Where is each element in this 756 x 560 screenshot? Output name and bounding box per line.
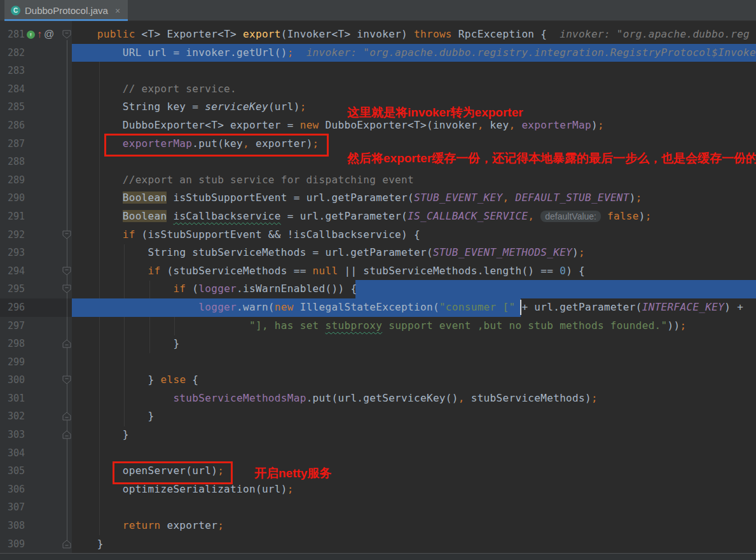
gutter-cell[interactable]: 296 [0,298,72,317]
code-line[interactable]: 302 } [0,407,756,426]
code-text[interactable]: public <T> Exporter<T> export(Invoker<T>… [72,25,756,44]
gutter-cell[interactable]: 302 [0,407,72,426]
overridden-method-icon[interactable]: ↑ [27,31,35,39]
code-line[interactable]: 300 } else { [0,371,756,389]
code-line[interactable]: 290 Boolean isStubSupportEvent = url.get… [0,189,756,207]
gutter-cell[interactable]: 295 [0,280,72,298]
code-line[interactable]: 303 } [0,426,756,444]
code-line[interactable]: 298 } [0,335,756,353]
java-class-icon: C [11,6,20,15]
code-text[interactable] [72,498,756,517]
gutter-cell[interactable]: 309 [0,535,72,553]
code-editor[interactable]: 281↑↑@ public <T> Exporter<T> export(Inv… [0,21,756,553]
code-line[interactable]: 292 if (isStubSupportEvent && !isCallbac… [0,226,756,244]
code-line[interactable]: 296 logger.warn(new IllegalStateExceptio… [0,298,756,317]
code-text[interactable]: } else { [72,371,756,389]
code-line[interactable]: 282 URL url = invoker.getUrl(); invoker:… [0,44,756,62]
gutter-cell[interactable]: 299 [0,353,72,372]
code-line[interactable]: 294 if (stubServiceMethods == null || st… [0,262,756,281]
code-line[interactable]: 283 [0,62,756,80]
code-text[interactable]: if (logger.isWarnEnabled()) { [72,280,756,298]
fold-close-icon[interactable] [62,339,71,351]
gutter-cell[interactable]: 292 [0,226,72,244]
red-annotation-text: 开启netty服务 [254,465,331,482]
code-line[interactable]: 291 Boolean isCallbackservice = url.getP… [0,207,756,226]
code-line[interactable]: 293 String stubServiceMethods = url.getP… [0,244,756,262]
token: ; [598,119,604,131]
gutter-cell[interactable]: 283 [0,62,72,80]
code-text[interactable]: } [72,535,756,553]
tab-dubboprotocol[interactable]: C DubboProtocol.java × [4,0,128,21]
gutter-cell[interactable]: 286 [0,116,72,135]
code-text[interactable] [72,444,756,463]
fold-close-icon[interactable] [62,412,71,423]
code-text[interactable]: } [72,335,756,353]
code-text[interactable]: stubServiceMethodsMap.put(url.getService… [72,389,756,408]
code-text[interactable]: } [72,426,756,444]
code-text[interactable] [72,353,756,372]
code-line[interactable]: 301 stubServiceMethodsMap.put(url.getSer… [0,389,756,408]
gutter-cell[interactable]: 306 [0,480,72,499]
gutter-cell[interactable]: 281↑↑@ [0,25,72,44]
code-line[interactable]: 309 } [0,535,756,553]
token: null [313,265,338,277]
gutter-cell[interactable]: 297 [0,317,72,335]
code-text[interactable]: //export an stub service for dispatching… [72,171,756,190]
token: = url.getParameter( [281,210,408,222]
token: (stubServiceMethods == [161,265,313,277]
gutter-cell[interactable]: 293 [0,244,72,262]
red-annotation-box [113,461,233,484]
gutter-cell[interactable]: 287 [0,135,72,153]
gutter-cell[interactable]: 308 [0,517,72,535]
gutter-cell[interactable]: 304 [0,444,72,463]
gutter-cell[interactable]: 307 [0,498,72,517]
code-line[interactable]: 284 // export service. [0,80,756,99]
gutter-cell[interactable]: 294 [0,262,72,281]
fold-close-icon[interactable] [62,540,71,551]
gutter-cell[interactable]: 282 [0,44,72,62]
navigate-up-icon[interactable]: ↑ [37,29,42,39]
code-text[interactable]: Boolean isCallbackservice = url.getParam… [72,207,756,226]
code-line[interactable]: 295 if (logger.isWarnEnabled()) { [0,280,756,298]
code-line[interactable]: 299 [0,353,756,372]
code-text[interactable]: Boolean isStubSupportEvent = url.getPara… [72,189,756,207]
token: return [123,519,161,531]
fold-open-icon[interactable] [62,375,71,387]
fold-close-icon[interactable] [62,430,71,442]
code-text[interactable]: String stubServiceMethods = url.getParam… [72,244,756,262]
code-text[interactable]: // export service. [72,80,756,99]
gutter-cell[interactable]: 303 [0,426,72,444]
fold-open-icon[interactable] [62,284,71,296]
fold-open-icon[interactable] [62,30,71,41]
tab-close-icon[interactable]: × [115,6,120,16]
gutter-cell[interactable]: 288 [0,153,72,171]
gutter-cell[interactable]: 289 [0,171,72,190]
gutter-cell[interactable]: 285 [0,98,72,116]
gutter-cell[interactable]: 298 [0,335,72,353]
fold-open-icon[interactable] [62,267,71,278]
code-line[interactable]: 308 return exporter; [0,517,756,535]
token: } [97,538,104,550]
code-line[interactable]: 281↑↑@ public <T> Exporter<T> export(Inv… [0,25,756,44]
code-text[interactable]: if (stubServiceMethods == null || stubSe… [72,262,756,281]
code-text[interactable] [72,62,756,80]
code-text[interactable]: "], has set stubproxy support event ,but… [72,317,756,335]
code-text[interactable]: logger.warn(new IllegalStateException("c… [72,298,756,317]
token: ) { [566,265,585,277]
gutter-cell[interactable]: 291 [0,207,72,226]
code-text[interactable]: } [72,407,756,426]
annotation-at-icon[interactable]: @ [44,29,54,40]
code-line[interactable]: 289 //export an stub service for dispatc… [0,171,756,190]
fold-open-icon[interactable] [62,230,71,242]
gutter-cell[interactable]: 284 [0,80,72,99]
code-text[interactable]: URL url = invoker.getUrl(); invoker: "or… [72,44,756,62]
gutter-cell[interactable]: 301 [0,389,72,408]
code-text[interactable]: if (isStubSupportEvent && !isCallbackser… [72,226,756,244]
gutter-cell[interactable]: 305 [0,462,72,480]
code-line[interactable]: 297 "], has set stubproxy support event … [0,317,756,335]
code-text[interactable]: return exporter; [72,517,756,535]
gutter-cell[interactable]: 290 [0,189,72,207]
gutter-cell[interactable]: 300 [0,371,72,389]
code-line[interactable]: 307 [0,498,756,517]
code-line[interactable]: 304 [0,444,756,463]
